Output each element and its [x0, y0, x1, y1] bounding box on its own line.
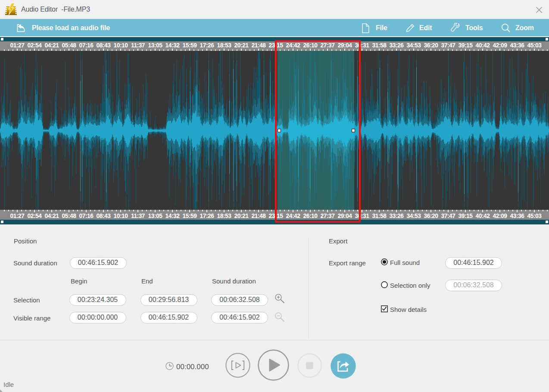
svg-text:43:36: 43:36 [510, 42, 525, 49]
svg-text:20:21: 20:21 [234, 42, 249, 49]
svg-text:42:09: 42:09 [493, 213, 508, 219]
svg-text:08:43: 08:43 [97, 213, 111, 219]
svg-text:04:21: 04:21 [45, 42, 59, 49]
svg-text:07:16: 07:16 [79, 213, 94, 219]
svg-text:18:53: 18:53 [217, 213, 232, 219]
svg-text:10:10: 10:10 [114, 42, 128, 49]
svg-text:11:37: 11:37 [131, 42, 145, 49]
svg-text:34:53: 34:53 [407, 42, 421, 49]
svg-text:17:26: 17:26 [200, 213, 215, 219]
svg-text:05:48: 05:48 [62, 213, 77, 219]
svg-text:39:15: 39:15 [459, 213, 473, 219]
svg-text:14:32: 14:32 [165, 213, 180, 219]
svg-text:34:53: 34:53 [407, 213, 421, 219]
svg-text:01:27: 01:27 [10, 213, 25, 219]
svg-text:21:48: 21:48 [252, 42, 266, 49]
svg-text:33:26: 33:26 [390, 213, 404, 219]
svg-text:15:59: 15:59 [183, 42, 197, 49]
svg-text:21:48: 21:48 [252, 213, 266, 219]
svg-text:39:15: 39:15 [459, 42, 473, 49]
svg-text:31:58: 31:58 [372, 213, 387, 219]
svg-text:13:05: 13:05 [148, 42, 163, 49]
svg-text:02:54: 02:54 [28, 42, 42, 49]
svg-text:18:53: 18:53 [217, 42, 232, 49]
svg-text:17:26: 17:26 [200, 42, 215, 49]
svg-text:04:21: 04:21 [45, 213, 59, 219]
svg-text:37:47: 37:47 [441, 213, 456, 219]
svg-text:36:20: 36:20 [424, 42, 439, 49]
svg-text:33:26: 33:26 [390, 42, 404, 49]
svg-text:14:32: 14:32 [165, 42, 180, 49]
svg-text:45:03: 45:03 [527, 213, 542, 219]
svg-text:40:42: 40:42 [476, 42, 490, 49]
svg-text:40:42: 40:42 [476, 213, 490, 219]
svg-text:36:20: 36:20 [424, 213, 439, 219]
svg-text:42:09: 42:09 [493, 42, 508, 49]
svg-text:31:58: 31:58 [372, 42, 387, 49]
svg-text:45:03: 45:03 [527, 42, 542, 49]
svg-text:13:05: 13:05 [148, 213, 163, 219]
svg-text:05:48: 05:48 [62, 42, 77, 49]
svg-text:07:16: 07:16 [79, 42, 94, 49]
svg-text:37:47: 37:47 [441, 42, 456, 49]
svg-text:01:27: 01:27 [10, 42, 25, 49]
svg-text:43:36: 43:36 [510, 213, 525, 219]
svg-text:20:21: 20:21 [234, 213, 249, 219]
svg-text:10:10: 10:10 [114, 213, 128, 219]
svg-text:11:37: 11:37 [131, 213, 145, 219]
svg-text:15:59: 15:59 [183, 213, 197, 219]
svg-text:02:54: 02:54 [28, 213, 42, 219]
svg-text:08:43: 08:43 [97, 42, 111, 49]
